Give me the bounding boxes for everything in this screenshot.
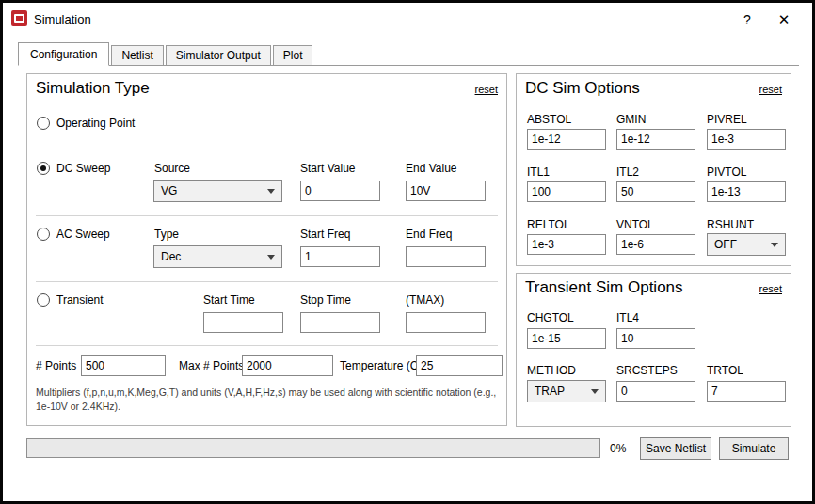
chevron-down-icon — [771, 243, 778, 247]
progress-bar — [26, 438, 600, 458]
dc-sim-options-reset-link[interactable]: reset — [759, 84, 782, 95]
srcsteps-input[interactable] — [616, 381, 695, 402]
points-label: # Points — [36, 359, 76, 372]
transient-sim-options-group: Transient Sim Options reset CHGTOL ITL4 … — [516, 273, 791, 427]
titlebar: Simulation ? ✕ — [3, 3, 812, 37]
dc-sim-options-group: DC Sim Options reset ABSTOL GMIN PIVREL … — [516, 73, 791, 266]
max-points-label: Max # Points — [179, 359, 244, 372]
start-time-input[interactable] — [203, 312, 283, 333]
simulation-type-reset-link[interactable]: reset — [475, 84, 498, 95]
start-freq-label: Start Freq — [300, 228, 350, 241]
trtol-label: TRTOL — [707, 364, 743, 377]
start-time-label: Start Time — [203, 293, 255, 307]
divider — [36, 345, 498, 346]
simulation-window: Simulation ? ✕ Configuration Netlist Sim… — [0, 0, 815, 504]
abstol-label: ABSTOL — [527, 113, 571, 126]
simulation-type-group: Simulation Type reset Operating Point DC… — [26, 73, 507, 426]
dc-sweep-label[interactable]: DC Sweep — [56, 162, 110, 175]
temperature-input[interactable] — [416, 355, 503, 376]
method-dropdown[interactable]: TRAP — [527, 380, 606, 402]
pivrel-label: PIVREL — [707, 113, 747, 126]
stop-time-input[interactable] — [300, 312, 380, 333]
itl1-input[interactable] — [527, 181, 606, 202]
gmin-label: GMIN — [616, 113, 646, 126]
chevron-down-icon — [267, 255, 275, 260]
divider — [36, 281, 498, 282]
max-points-input[interactable] — [242, 355, 333, 376]
abstol-input[interactable] — [527, 129, 606, 150]
tmax-input[interactable] — [406, 312, 486, 333]
units-note: Multipliers (f,p,n,u,m,K,Meg,G,T) and un… — [36, 386, 504, 414]
pivtol-input[interactable] — [707, 181, 786, 202]
tab-netlist[interactable]: Netlist — [111, 45, 163, 65]
app-icon — [11, 10, 27, 26]
help-button[interactable]: ? — [737, 10, 758, 29]
itl4-label: ITL4 — [616, 311, 639, 324]
progress-percent: 0% — [610, 442, 626, 455]
reltol-label: RELTOL — [527, 218, 570, 231]
radio-transient[interactable] — [37, 293, 50, 307]
close-button[interactable]: ✕ — [773, 9, 795, 30]
ac-type-dropdown[interactable]: Dec — [153, 245, 282, 268]
end-freq-input[interactable] — [406, 246, 486, 267]
pivrel-input[interactable] — [707, 129, 786, 150]
source-label: Source — [154, 162, 190, 175]
tab-simulator-output[interactable]: Simulator Output — [166, 45, 271, 65]
tmax-label: (TMAX) — [406, 293, 444, 307]
rshunt-dropdown[interactable]: OFF — [707, 233, 786, 256]
end-value-input[interactable] — [406, 181, 486, 201]
reltol-input[interactable] — [527, 234, 606, 255]
method-dropdown-value: TRAP — [535, 385, 565, 398]
start-value-label: Start Value — [300, 162, 355, 175]
vntol-label: VNTOL — [616, 218, 654, 231]
tab-strip: Configuration Netlist Simulator Output P… — [18, 42, 799, 66]
divider — [36, 215, 498, 216]
pivtol-label: PIVTOL — [707, 165, 746, 179]
points-input[interactable] — [81, 355, 166, 376]
radio-dc-sweep[interactable] — [37, 162, 50, 175]
temperature-label: Temperature (C) — [340, 359, 422, 372]
operating-point-label[interactable]: Operating Point — [56, 117, 135, 130]
ac-sweep-label[interactable]: AC Sweep — [56, 228, 110, 241]
window-title: Simulation — [34, 12, 91, 26]
transient-label[interactable]: Transient — [56, 293, 104, 307]
source-dropdown-value: VG — [161, 184, 177, 197]
rshunt-label: RSHUNT — [707, 218, 754, 231]
ac-type-dropdown-value: Dec — [161, 250, 181, 263]
chgtol-input[interactable] — [527, 328, 606, 349]
start-value-input[interactable] — [300, 181, 380, 201]
start-freq-input[interactable] — [300, 246, 380, 267]
method-label: METHOD — [527, 364, 576, 377]
divider — [36, 150, 498, 150]
radio-operating-point[interactable] — [37, 117, 50, 130]
rshunt-dropdown-value: OFF — [714, 238, 737, 251]
chgtol-label: CHGTOL — [527, 311, 574, 324]
tab-plot[interactable]: Plot — [273, 45, 313, 65]
save-netlist-button[interactable]: Save Netlist — [640, 437, 711, 460]
simulate-button[interactable]: Simulate — [719, 437, 789, 460]
transient-sim-options-reset-link[interactable]: reset — [759, 283, 782, 294]
chevron-down-icon — [267, 189, 275, 194]
vntol-input[interactable] — [616, 234, 695, 255]
transient-sim-options-title: Transient Sim Options — [525, 278, 683, 297]
tab-configuration[interactable]: Configuration — [18, 42, 109, 66]
stop-time-label: Stop Time — [300, 293, 351, 307]
itl1-label: ITL1 — [527, 165, 550, 179]
simulation-type-title: Simulation Type — [36, 79, 150, 98]
ac-type-label: Type — [154, 228, 179, 241]
radio-ac-sweep[interactable] — [37, 228, 50, 241]
chevron-down-icon — [591, 389, 599, 394]
dc-sim-options-title: DC Sim Options — [525, 79, 640, 98]
end-value-label: End Value — [406, 162, 457, 175]
itl2-label: ITL2 — [616, 165, 639, 179]
source-dropdown[interactable]: VG — [153, 180, 282, 202]
end-freq-label: End Freq — [406, 228, 452, 241]
itl4-input[interactable] — [616, 328, 695, 349]
srcsteps-label: SRCSTEPS — [616, 364, 678, 377]
itl2-input[interactable] — [616, 181, 695, 202]
trtol-input[interactable] — [707, 381, 786, 402]
gmin-input[interactable] — [616, 129, 695, 150]
